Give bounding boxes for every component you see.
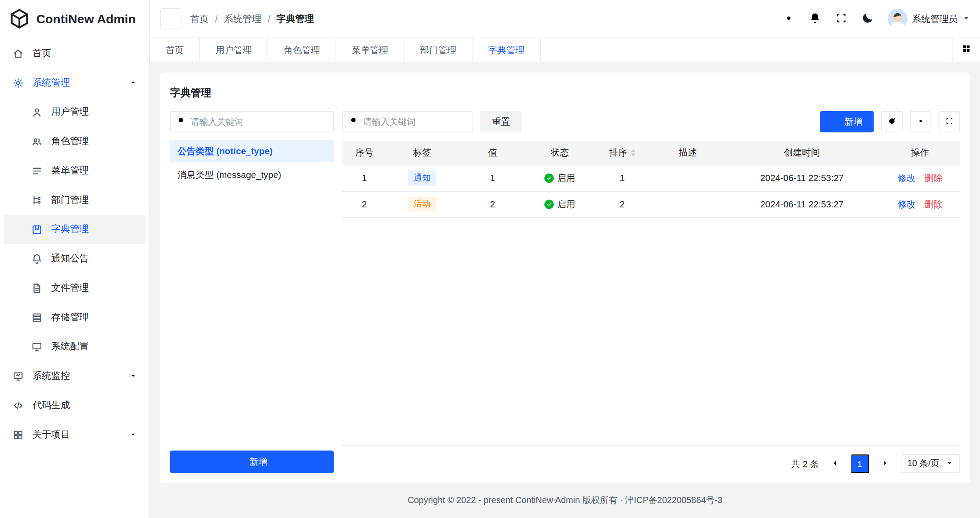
- fullscreen-button[interactable]: [835, 11, 847, 26]
- refresh-button[interactable]: [881, 111, 902, 132]
- notifications-button[interactable]: [809, 11, 821, 26]
- dict-type-item-message[interactable]: 消息类型 (message_type): [170, 163, 334, 186]
- cell-value: 2: [458, 191, 527, 217]
- breadcrumb-separator: /: [268, 14, 270, 24]
- tab-label: 角色管理: [284, 44, 320, 56]
- column-header-no: 序号: [342, 141, 386, 165]
- sidebar-item-system-config[interactable]: 系统配置: [0, 332, 149, 362]
- desktop-icon: [31, 341, 43, 352]
- status-label: 启用: [557, 198, 575, 210]
- logo-icon: [9, 8, 30, 29]
- sidebar: ContiNew Admin 首页 系统管理 用户管理 角色管理: [0, 0, 150, 518]
- sidebar-item-file-management[interactable]: 文件管理: [0, 273, 149, 303]
- code-icon: [12, 400, 24, 411]
- sidebar-item-role-management[interactable]: 角色管理: [0, 127, 149, 156]
- sidebar-item-notice[interactable]: 通知公告: [0, 244, 149, 273]
- gear-icon: [12, 77, 24, 88]
- sidebar-item-label: 字典管理: [51, 224, 89, 235]
- reset-button[interactable]: 重置: [480, 111, 522, 132]
- avatar: [887, 9, 907, 29]
- page-footer: Copyright © 2022 - present ContiNew Admi…: [160, 483, 970, 518]
- tab-role-management[interactable]: 角色管理: [268, 38, 336, 62]
- cell-tag: 通知: [386, 165, 458, 191]
- sort-carets-icon[interactable]: [630, 149, 635, 157]
- app-title: ContiNew Admin: [36, 11, 135, 26]
- storage-icon: [31, 312, 43, 323]
- dict-add-label: 新增: [249, 456, 267, 468]
- item-search-box: [342, 111, 473, 132]
- dict-item-table: 序号 标签 值 状态 排序 描述 创建时间: [342, 141, 960, 446]
- sidebar-item-system-management[interactable]: 系统管理: [0, 68, 149, 98]
- cell-created: 2024-06-11 22:53:27: [724, 165, 880, 191]
- prev-page-button[interactable]: [825, 454, 844, 473]
- sidebar-item-label: 系统监控: [33, 370, 70, 382]
- user-menu[interactable]: 系统管理员: [887, 9, 970, 29]
- column-header-sort[interactable]: 排序: [593, 141, 652, 165]
- sidebar-item-system-monitor[interactable]: 系统监控: [0, 361, 149, 391]
- column-header-tag: 标签: [386, 141, 458, 165]
- sidebar-menu: 首页 系统管理 用户管理 角色管理 菜单管理 部门管理: [0, 37, 149, 518]
- sidebar-item-storage-management[interactable]: 存储管理: [0, 303, 149, 332]
- sidebar-item-menu-management[interactable]: 菜单管理: [0, 156, 149, 185]
- table-fullscreen-button[interactable]: [939, 111, 960, 132]
- table-toolbar: 重置 新增: [342, 111, 960, 132]
- cell-created: 2024-06-11 22:53:27: [724, 191, 880, 217]
- tab-actions-button[interactable]: [952, 38, 980, 62]
- tab-dict-management[interactable]: 字典管理: [473, 38, 541, 62]
- chevron-down-icon: [129, 429, 137, 440]
- column-header-desc: 描述: [652, 141, 724, 165]
- sidebar-item-home[interactable]: 首页: [0, 39, 149, 68]
- sidebar-item-code-generation[interactable]: 代码生成: [0, 391, 149, 420]
- sidebar-item-dict-management[interactable]: 字典管理: [4, 215, 146, 244]
- page-content: 字典管理 公告类型 (notice_type): [150, 62, 980, 518]
- user-icon: [31, 106, 43, 118]
- dark-mode-button[interactable]: [861, 11, 873, 26]
- top-header: 首页 / 系统管理 / 字典管理 系统管理员: [150, 0, 980, 37]
- sidebar-item-label: 文件管理: [51, 282, 89, 294]
- tag-badge: 通知: [408, 170, 436, 185]
- copyright-text: Copyright © 2022 - present ContiNew Admi…: [408, 495, 722, 506]
- sidebar-item-dept-management[interactable]: 部门管理: [0, 185, 149, 215]
- page-number-button[interactable]: 1: [850, 454, 869, 473]
- header-actions: 系统管理员: [782, 9, 970, 29]
- tab-label: 用户管理: [215, 44, 251, 56]
- tab-dept-management[interactable]: 部门管理: [404, 38, 473, 62]
- chevron-down-icon: [946, 459, 953, 469]
- cell-desc: [652, 165, 724, 191]
- dict-add-button[interactable]: 新增: [170, 451, 334, 473]
- edit-link[interactable]: 修改: [897, 198, 915, 210]
- dict-search-input[interactable]: [191, 117, 327, 127]
- add-button[interactable]: 新增: [820, 111, 874, 132]
- next-page-button[interactable]: [875, 454, 894, 473]
- sidebar-item-label: 通知公告: [51, 253, 89, 264]
- app-logo[interactable]: ContiNew Admin: [0, 0, 149, 37]
- fullscreen-icon: [945, 116, 954, 127]
- cell-no: 2: [342, 191, 386, 217]
- sidebar-item-user-management[interactable]: 用户管理: [0, 98, 149, 127]
- tag-badge: 活动: [408, 197, 436, 211]
- sidebar-item-about-project[interactable]: 关于项目: [0, 420, 149, 449]
- chevron-right-icon: [881, 459, 889, 468]
- tab-label: 字典管理: [488, 44, 524, 56]
- delete-link[interactable]: 删除: [925, 198, 943, 210]
- item-search-input[interactable]: [363, 117, 466, 127]
- tab-home[interactable]: 首页: [150, 38, 200, 62]
- breadcrumb-item-home[interactable]: 首页: [190, 13, 209, 25]
- settings-button[interactable]: [782, 11, 794, 26]
- fullscreen-icon: [835, 11, 847, 26]
- tab-label: 菜单管理: [352, 44, 388, 56]
- sidebar-item-label: 首页: [33, 47, 51, 59]
- breadcrumb-item-system[interactable]: 系统管理: [224, 13, 261, 25]
- tab-user-management[interactable]: 用户管理: [200, 38, 268, 62]
- chevron-down-icon: [129, 371, 137, 381]
- column-settings-button[interactable]: [910, 111, 931, 132]
- app-window: ContiNew Admin 首页 系统管理 用户管理 角色管理: [0, 0, 980, 518]
- edit-link[interactable]: 修改: [897, 172, 915, 184]
- delete-link[interactable]: 删除: [925, 172, 943, 184]
- tab-menu-management[interactable]: 菜单管理: [336, 38, 404, 62]
- menu-fold-button[interactable]: [160, 8, 181, 29]
- dict-type-panel: 公告类型 (notice_type) 消息类型 (message_type) 新…: [170, 111, 334, 473]
- tab-label: 首页: [166, 44, 184, 56]
- page-size-select[interactable]: 10 条/页: [900, 454, 960, 473]
- dict-type-item-notice[interactable]: 公告类型 (notice_type): [170, 140, 334, 162]
